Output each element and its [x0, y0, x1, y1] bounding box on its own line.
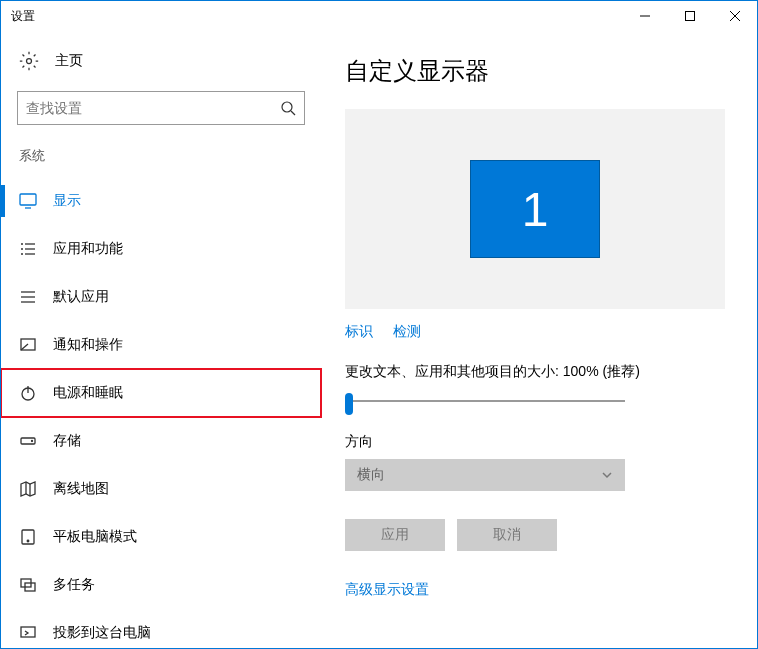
sidebar-item-power[interactable]: 电源和睡眠: [1, 369, 321, 417]
monitor-icon: [19, 192, 37, 210]
svg-point-4: [27, 59, 32, 64]
scale-slider[interactable]: [345, 391, 625, 411]
sidebar-item-label: 多任务: [53, 576, 95, 594]
project-icon: [19, 624, 37, 642]
apply-button[interactable]: 应用: [345, 519, 445, 551]
storage-icon: [19, 432, 37, 450]
notification-icon: [19, 336, 37, 354]
orientation-label: 方向: [345, 433, 725, 451]
sidebar-item-label: 投影到这台电脑: [53, 624, 151, 642]
svg-line-6: [291, 111, 295, 115]
monitor-1[interactable]: 1: [470, 160, 600, 258]
sidebar-item-label: 应用和功能: [53, 240, 123, 258]
display-preview[interactable]: 1: [345, 109, 725, 309]
window-title: 设置: [11, 8, 35, 25]
multitask-icon: [19, 576, 37, 594]
svg-point-5: [282, 102, 292, 112]
svg-rect-1: [685, 12, 694, 21]
sidebar-item-storage[interactable]: 存储: [1, 417, 321, 465]
sidebar-item-display[interactable]: 显示: [1, 177, 321, 225]
search-icon: [280, 100, 296, 116]
identify-link[interactable]: 标识: [345, 323, 373, 341]
svg-point-27: [27, 540, 29, 542]
map-icon: [19, 480, 37, 498]
tablet-icon: [19, 528, 37, 546]
sidebar-item-tablet[interactable]: 平板电脑模式: [1, 513, 321, 561]
chevron-down-icon: [601, 469, 613, 481]
defaults-icon: [19, 288, 37, 306]
maximize-button[interactable]: [667, 1, 712, 31]
sidebar-item-label: 显示: [53, 192, 81, 210]
svg-point-23: [32, 441, 33, 442]
sidebar-item-label: 离线地图: [53, 480, 109, 498]
orientation-dropdown[interactable]: 横向: [345, 459, 625, 491]
page-title: 自定义显示器: [345, 55, 725, 87]
cancel-button[interactable]: 取消: [457, 519, 557, 551]
search-box[interactable]: [17, 91, 305, 125]
sidebar-item-notifications[interactable]: 通知和操作: [1, 321, 321, 369]
home-label: 主页: [55, 52, 83, 70]
svg-line-19: [21, 344, 28, 350]
search-input[interactable]: [26, 100, 280, 116]
window-controls: [622, 1, 757, 31]
sidebar-item-label: 通知和操作: [53, 336, 123, 354]
sidebar-item-label: 平板电脑模式: [53, 528, 137, 546]
list-icon: [19, 240, 37, 258]
section-label: 系统: [1, 147, 321, 177]
sidebar-item-label: 存储: [53, 432, 81, 450]
svg-rect-30: [21, 627, 35, 637]
advanced-display-link[interactable]: 高级显示设置: [345, 581, 725, 599]
detect-link[interactable]: 检测: [393, 323, 421, 341]
sidebar-item-default-apps[interactable]: 默认应用: [1, 273, 321, 321]
main-content: 自定义显示器 1 标识 检测 更改文本、应用和其他项目的大小: 100% (推荐…: [321, 31, 757, 648]
close-button[interactable]: [712, 1, 757, 31]
titlebar: 设置: [1, 1, 757, 31]
power-icon: [19, 384, 37, 402]
minimize-button[interactable]: [622, 1, 667, 31]
scale-label: 更改文本、应用和其他项目的大小: 100% (推荐): [345, 363, 725, 381]
sidebar-home[interactable]: 主页: [1, 51, 321, 91]
sidebar-item-apps[interactable]: 应用和功能: [1, 225, 321, 273]
sidebar-item-multitask[interactable]: 多任务: [1, 561, 321, 609]
dropdown-value: 横向: [357, 466, 385, 484]
sidebar-item-project[interactable]: 投影到这台电脑: [1, 609, 321, 649]
sidebar-item-label: 默认应用: [53, 288, 109, 306]
svg-rect-7: [20, 194, 36, 205]
slider-thumb[interactable]: [345, 393, 353, 415]
slider-track-line: [345, 400, 625, 402]
sidebar: 主页 系统 显示 应用和功能 默认应用 通知和操作 电源和睡眠: [1, 31, 321, 648]
sidebar-item-maps[interactable]: 离线地图: [1, 465, 321, 513]
gear-icon: [19, 51, 39, 71]
monitor-number: 1: [522, 182, 549, 237]
sidebar-item-label: 电源和睡眠: [53, 384, 123, 402]
